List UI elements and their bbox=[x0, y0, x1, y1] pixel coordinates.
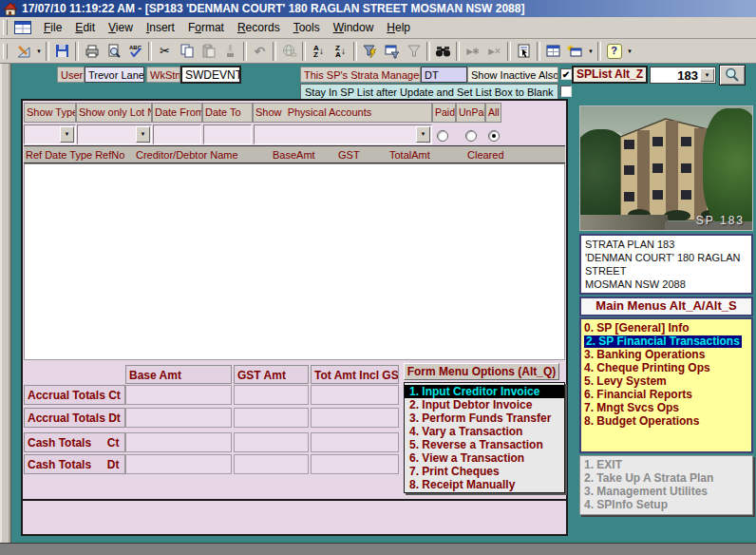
database-window-icon[interactable] bbox=[542, 41, 564, 62]
user-label: User bbox=[57, 67, 85, 83]
wkstn-input[interactable] bbox=[180, 66, 241, 84]
stone-wall bbox=[580, 215, 668, 230]
menu-item-records[interactable]: Records bbox=[231, 18, 287, 38]
filter-by-form-icon[interactable] bbox=[381, 41, 403, 62]
toolbar: ▼ ABC ✂ ↶ AZ↓ bbox=[0, 39, 756, 64]
menubar-gripper[interactable] bbox=[3, 20, 8, 35]
stay-in-sp-checkbox[interactable] bbox=[560, 86, 572, 97]
strata-manager-input[interactable] bbox=[421, 67, 467, 83]
system-menu-item-spinfo-setup[interactable]: 4. SPInfo Setup bbox=[580, 499, 752, 512]
title-bar: 17/07/10 11:19:22 AM - [SP183 'DENMAN CO… bbox=[0, 0, 756, 17]
sp-info-box: STRATA PLAN 183 'DENMAN COURT' 180 RAGLA… bbox=[579, 234, 753, 295]
show-only-lot-no-combo[interactable]: ▼ bbox=[77, 124, 152, 144]
system-menu-item-exit[interactable]: 1. EXIT bbox=[580, 459, 752, 472]
save-icon[interactable] bbox=[51, 41, 73, 62]
app-icon-house[interactable] bbox=[3, 2, 18, 16]
main-menu-item-sp-general-info[interactable]: 0. SP [General] Info bbox=[581, 322, 751, 335]
filter-by-selection-icon[interactable] bbox=[359, 41, 381, 62]
unpaid-radio[interactable] bbox=[465, 130, 477, 142]
format-painter-icon[interactable] bbox=[219, 41, 241, 62]
wkstn-label: WkStn bbox=[146, 67, 180, 83]
show-inactive-checkbox[interactable]: ✔ bbox=[560, 68, 572, 80]
sp-number-combo[interactable]: 183 ▼ bbox=[650, 67, 716, 84]
sort-descending-icon[interactable]: ZA↓ bbox=[330, 41, 351, 62]
print-icon[interactable] bbox=[81, 41, 103, 62]
new-object-icon[interactable]: ✱ bbox=[564, 41, 586, 62]
date-from-input[interactable] bbox=[153, 124, 201, 144]
menu-item-tools[interactable]: Tools bbox=[287, 18, 327, 38]
menu-item-edit[interactable]: Edit bbox=[68, 18, 102, 38]
apply-filter-icon[interactable] bbox=[403, 41, 425, 62]
cash-ct-gst-field bbox=[234, 432, 309, 452]
form-menu-item-vary-a-transaction[interactable]: 4. Vary a Transaction bbox=[405, 425, 564, 438]
new-record-icon[interactable]: ▶✱ bbox=[462, 41, 483, 62]
tree-right bbox=[703, 108, 753, 228]
properties-icon[interactable] bbox=[513, 41, 535, 62]
cash-ct-base-field bbox=[125, 432, 232, 452]
toolbar-gripper[interactable] bbox=[3, 44, 8, 59]
system-menu-item-take-up-a-strata-plan[interactable]: 2. Take Up A Strata Plan bbox=[580, 472, 752, 486]
print-preview-icon[interactable] bbox=[103, 41, 124, 62]
menu-item-file[interactable]: File bbox=[37, 18, 68, 38]
show-types-dropdown-icon[interactable]: ▼ bbox=[60, 126, 74, 143]
sort-ascending-icon[interactable]: AZ↓ bbox=[308, 41, 330, 62]
help-dropdown-icon[interactable]: ▼ bbox=[625, 41, 634, 62]
all-label: All bbox=[485, 103, 501, 123]
accrual-dt-total-field bbox=[311, 408, 399, 428]
insert-hyperlink-icon[interactable] bbox=[278, 41, 300, 62]
col-cleared: Cleared bbox=[467, 149, 504, 161]
form-menu-item-perform-funds-transfer[interactable]: 3. Perform Funds Transfer bbox=[405, 411, 564, 425]
form-menu-item-print-cheques[interactable]: 7. Print Cheques bbox=[405, 465, 564, 478]
menu-item-view[interactable]: View bbox=[102, 18, 140, 38]
main-menu-item-mngt-svcs-ops[interactable]: 7. Mngt Svcs Ops bbox=[581, 402, 751, 415]
show-physical-accounts-label: Show Physical Accounts bbox=[253, 103, 432, 123]
menu-item-window[interactable]: Window bbox=[327, 18, 381, 38]
user-input[interactable] bbox=[85, 67, 144, 83]
sp-search-button[interactable] bbox=[719, 65, 746, 86]
copy-icon[interactable] bbox=[176, 41, 198, 62]
spelling-icon[interactable]: ABC bbox=[124, 41, 146, 62]
form-menu-item-input-creditor-invoice[interactable]: 1. Input Creditor Invoice bbox=[405, 385, 564, 398]
sp-number-dropdown-icon[interactable]: ▼ bbox=[700, 68, 714, 82]
form-menu-item-reverse-a-transaction[interactable]: 5. Reverse a Transaction bbox=[405, 438, 564, 451]
main-menu-item-levy-system[interactable]: 5. Levy System bbox=[581, 375, 751, 389]
main-menu-item-financial-reports[interactable]: 6. Financial Reports bbox=[581, 389, 751, 402]
main-menu-item-banking-operations[interactable]: 3. Banking Operations bbox=[581, 349, 751, 362]
date-to-input[interactable] bbox=[203, 124, 252, 144]
show-types-combo[interactable]: ▼ bbox=[24, 124, 76, 144]
all-radio[interactable] bbox=[488, 130, 500, 142]
show-only-lot-no-dropdown-icon[interactable]: ▼ bbox=[136, 126, 150, 143]
show-types-label: Show Types bbox=[24, 103, 76, 123]
menu-item-format[interactable]: Format bbox=[181, 18, 231, 38]
cut-icon[interactable]: ✂ bbox=[154, 41, 176, 62]
form-menu-item-receipt-manually[interactable]: 8. Receipt Manually bbox=[405, 478, 564, 491]
col-creditor-debtor-name: Creditor/Debtor Name bbox=[136, 149, 238, 161]
paste-icon[interactable] bbox=[198, 41, 219, 62]
transactions-list[interactable] bbox=[24, 163, 565, 360]
find-icon[interactable] bbox=[432, 41, 454, 62]
accrual-ct-base-field bbox=[125, 385, 232, 405]
paid-radio[interactable] bbox=[437, 130, 448, 142]
stay-in-sp-label: Stay In SP List after Update and Set Lis… bbox=[300, 84, 558, 100]
show-physical-accounts-combo[interactable]: ▼ bbox=[254, 124, 432, 144]
cash-totals-ct-label: Cash Totals Ct bbox=[24, 432, 125, 452]
show-physical-accounts-dropdown-icon[interactable]: ▼ bbox=[416, 126, 430, 143]
unpaid-label: UnPaid bbox=[456, 103, 485, 123]
view-design-icon[interactable] bbox=[12, 41, 34, 62]
new-object-dropdown-icon[interactable]: ▼ bbox=[586, 41, 595, 62]
view-dropdown-icon[interactable]: ▼ bbox=[34, 41, 44, 62]
menu-item-insert[interactable]: Insert bbox=[140, 18, 181, 38]
undo-icon[interactable]: ↶ bbox=[249, 41, 271, 62]
menu-item-help[interactable]: Help bbox=[380, 18, 417, 38]
form-menu-item-input-debtor-invoice[interactable]: 2. Input Debtor Invoice bbox=[405, 398, 564, 411]
form-view-icon bbox=[14, 21, 31, 34]
help-icon[interactable]: ? bbox=[603, 41, 625, 62]
splist-button[interactable]: SPList Alt_Z bbox=[572, 66, 648, 84]
delete-record-icon[interactable]: ▶✕ bbox=[483, 41, 505, 62]
main-menu-item-budget-operations[interactable]: 8. Budget Operations bbox=[581, 415, 751, 429]
main-menu-item-sp-financial-transactions[interactable]: 2. SP Financial Transactions bbox=[581, 335, 751, 349]
main-menu-item-cheque-printing-ops[interactable]: 4. Cheque Printing Ops bbox=[581, 362, 751, 375]
form-menu-item-view-a-transaction[interactable]: 6. View a Transaction bbox=[405, 451, 564, 465]
window-edge-strip[interactable] bbox=[0, 64, 11, 543]
system-menu-item-management-utilites[interactable]: 3. Management Utilites bbox=[580, 486, 752, 499]
